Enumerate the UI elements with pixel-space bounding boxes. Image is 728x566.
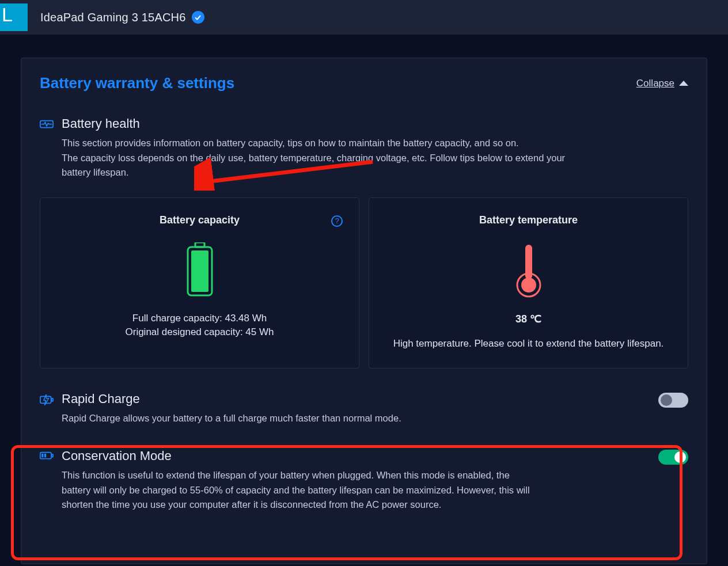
app-logo-icon: L (0, 3, 28, 31)
verified-icon (192, 11, 204, 24)
section-title: Battery warranty & settings (40, 74, 234, 92)
full-charge-capacity: Full charge capacity: 43.48 Wh (54, 313, 345, 324)
rapid-charge-title: Rapid Charge (62, 392, 401, 407)
battery-health-section: Battery health This section provides inf… (40, 116, 688, 180)
battery-icon (54, 241, 345, 299)
help-icon[interactable]: ? (331, 215, 343, 227)
battery-settings-card: Battery warranty & settings Collapse Bat… (21, 58, 707, 564)
collapse-button[interactable]: Collapse (636, 78, 688, 89)
temperature-value: 38 ℃ (383, 313, 674, 325)
svg-rect-11 (41, 454, 43, 457)
titlebar: L IdeaPad Gaming 3 15ACH6 (0, 0, 728, 35)
battery-level-icon (40, 451, 54, 463)
temperature-message: High temperature. Please cool it to exte… (383, 338, 674, 350)
battery-temperature-tile: Battery temperature 38 ℃ High temperatur… (369, 197, 688, 369)
svg-point-5 (521, 278, 536, 293)
battery-health-title: Battery health (62, 116, 688, 131)
svg-rect-8 (52, 398, 54, 401)
heartbeat-icon (40, 119, 54, 131)
conservation-mode-description: This function is useful to extend the li… (62, 468, 534, 512)
svg-rect-10 (52, 454, 53, 457)
conservation-mode-title: Conservation Mode (62, 449, 534, 464)
thermometer-icon (383, 241, 674, 299)
rapid-charge-section: Rapid Charge Rapid Charge allows your ba… (40, 392, 688, 426)
battery-capacity-tile: ? Battery capacity Full charge capacity:… (40, 197, 359, 369)
original-designed-capacity: Original designed capacity: 45 Wh (54, 326, 345, 338)
rapid-charge-description: Rapid Charge allows your battery to a fu… (62, 411, 401, 426)
chevron-up-icon (679, 81, 688, 86)
device-name: IdeaPad Gaming 3 15ACH6 (40, 11, 186, 24)
conservation-mode-section: Conservation Mode This function is usefu… (40, 449, 688, 512)
capacity-tile-title: Battery capacity (54, 214, 345, 226)
lightning-icon (40, 394, 54, 406)
svg-rect-6 (525, 245, 532, 279)
svg-rect-3 (191, 250, 208, 292)
conservation-mode-toggle[interactable] (658, 450, 688, 465)
svg-rect-12 (44, 454, 46, 457)
temperature-tile-title: Battery temperature (383, 214, 674, 226)
collapse-label: Collapse (636, 78, 674, 89)
battery-health-description: This section provides information on bat… (62, 136, 592, 180)
rapid-charge-toggle[interactable] (658, 393, 688, 408)
